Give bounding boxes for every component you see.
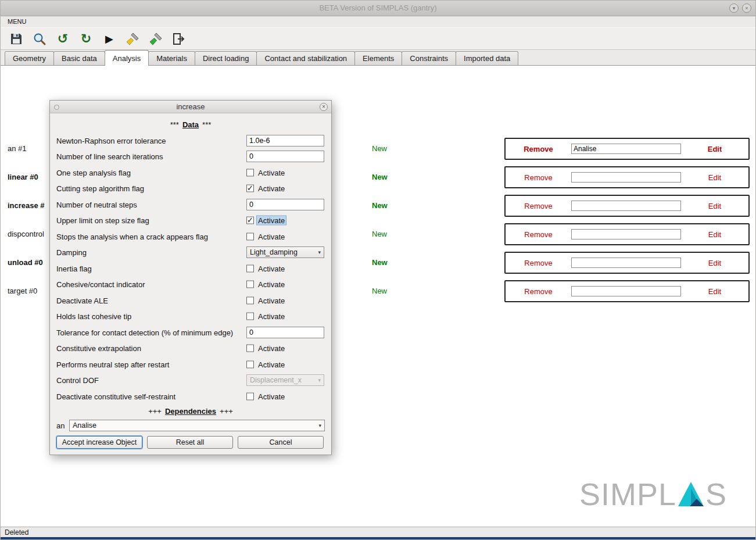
newton-raphson-tolerance-input[interactable] bbox=[246, 135, 324, 146]
dialog-title: increase bbox=[50, 101, 331, 113]
neutral-step-restart-checkbox[interactable]: Activate bbox=[246, 360, 286, 369]
menu-button[interactable]: MENU bbox=[8, 18, 26, 25]
object-name-input[interactable] bbox=[571, 258, 681, 268]
tab-constraints[interactable]: Constraints bbox=[402, 51, 456, 65]
clean-green-button[interactable] bbox=[148, 31, 164, 47]
tab-geometry[interactable]: Geometry bbox=[5, 51, 54, 65]
tab-elements[interactable]: Elements bbox=[354, 51, 402, 65]
object-row-box: Remove Edit bbox=[504, 166, 750, 188]
checkbox-icon[interactable] bbox=[246, 313, 254, 320]
new-link[interactable]: New bbox=[372, 172, 388, 183]
window-titlebar[interactable]: BETA Version of SIMPLAS (gantry) ▾ × bbox=[0, 0, 756, 16]
edit-button[interactable]: Edit bbox=[681, 145, 748, 153]
field-label: Constitutive extrapolation bbox=[56, 344, 141, 353]
collapse-icon[interactable]: ▾ bbox=[729, 3, 739, 13]
object-name-input[interactable] bbox=[571, 201, 681, 211]
new-link[interactable]: New bbox=[372, 286, 387, 296]
redo-icon: ↻ bbox=[81, 33, 91, 45]
checkbox-icon[interactable] bbox=[246, 392, 254, 400]
checkbox-icon[interactable] bbox=[246, 169, 254, 176]
checkbox-icon[interactable] bbox=[246, 233, 254, 240]
dialog-close-icon[interactable]: × bbox=[320, 103, 328, 111]
one-step-analysis-checkbox[interactable]: Activate bbox=[246, 168, 286, 177]
field-row: Stops the analysis when a crack appears … bbox=[50, 228, 331, 245]
close-icon[interactable]: × bbox=[742, 3, 751, 13]
damping-select[interactable]: Light_damping ▾ bbox=[246, 246, 324, 258]
run-button[interactable]: ▶ bbox=[101, 31, 117, 47]
chevron-down-icon: ▾ bbox=[318, 249, 321, 255]
redo-button[interactable]: ↻ bbox=[78, 31, 94, 47]
save-icon bbox=[9, 32, 23, 46]
cutting-step-checkbox[interactable]: Activate bbox=[246, 184, 286, 193]
self-restraint-checkbox[interactable]: Activate bbox=[246, 392, 286, 400]
object-name-input[interactable] bbox=[571, 172, 681, 183]
checkbox-label: Activate bbox=[257, 360, 286, 369]
checkbox-icon[interactable] bbox=[246, 345, 254, 352]
checkbox-label: Activate bbox=[257, 216, 286, 225]
checkbox-icon[interactable] bbox=[246, 185, 254, 192]
checkbox-icon[interactable] bbox=[246, 217, 254, 224]
upper-limit-step-checkbox[interactable]: Activate bbox=[246, 216, 286, 225]
inertia-checkbox[interactable]: Activate bbox=[246, 264, 286, 273]
tab-basic-data[interactable]: Basic data bbox=[53, 51, 105, 65]
object-row-box: Remove Edit bbox=[504, 280, 750, 302]
object-name-input[interactable] bbox=[571, 286, 681, 296]
contact-detection-tolerance-input[interactable] bbox=[246, 327, 324, 338]
dialog-titlebar[interactable]: increase × bbox=[50, 101, 331, 113]
field-label: Deactivate constitutive self-restraint bbox=[56, 392, 175, 400]
remove-button[interactable]: Remove bbox=[506, 173, 571, 182]
new-link[interactable]: New bbox=[372, 258, 388, 268]
remove-button[interactable]: Remove bbox=[506, 230, 571, 239]
crack-stop-checkbox[interactable]: Activate bbox=[246, 232, 286, 241]
checkbox-icon[interactable] bbox=[246, 360, 254, 368]
field-label: Cutting step algorithm flag bbox=[56, 184, 144, 193]
an-select[interactable]: Analise ▾ bbox=[69, 420, 325, 431]
select-value: Analise bbox=[73, 421, 316, 430]
checkbox-icon[interactable] bbox=[246, 296, 254, 304]
clean-yellow-button[interactable] bbox=[124, 31, 141, 47]
cohesive-contact-checkbox[interactable]: Activate bbox=[246, 280, 286, 289]
checkbox-icon[interactable] bbox=[246, 264, 254, 272]
data-section-header: ***Data*** bbox=[50, 120, 331, 129]
remove-button[interactable]: Remove bbox=[506, 202, 571, 210]
remove-button[interactable]: Remove bbox=[506, 259, 571, 267]
accept-increase-button[interactable]: Accept increase Object bbox=[56, 436, 142, 449]
edit-button[interactable]: Edit bbox=[681, 173, 748, 182]
constitutive-extrapolation-checkbox[interactable]: Activate bbox=[246, 344, 286, 353]
checkbox-icon[interactable] bbox=[246, 281, 254, 288]
checkbox-label: Activate bbox=[257, 344, 286, 353]
undo-button[interactable]: ↺ bbox=[55, 31, 71, 47]
new-link[interactable]: New bbox=[372, 229, 387, 239]
logo-triangle-icon bbox=[678, 481, 704, 507]
zoom-button[interactable] bbox=[31, 31, 48, 47]
tab-direct-loading[interactable]: Direct loading bbox=[195, 51, 257, 65]
holds-cohesive-tip-checkbox[interactable]: Activate bbox=[246, 312, 286, 321]
remove-button[interactable]: Remove bbox=[506, 145, 571, 153]
new-link[interactable]: New bbox=[372, 144, 387, 154]
edit-button[interactable]: Edit bbox=[681, 202, 748, 210]
tab-analysis[interactable]: Analysis bbox=[105, 50, 149, 66]
new-link[interactable]: New bbox=[372, 201, 388, 211]
chevron-down-icon: ▾ bbox=[318, 423, 321, 428]
cancel-button[interactable]: Cancel bbox=[238, 436, 324, 449]
bottom-accent-bar bbox=[0, 537, 756, 540]
line-search-iterations-input[interactable] bbox=[246, 151, 324, 162]
object-name-input[interactable] bbox=[571, 144, 681, 154]
object-name-input[interactable] bbox=[571, 229, 681, 239]
field-row: Number of neutral steps bbox=[50, 196, 331, 213]
reset-all-button[interactable]: Reset all bbox=[147, 436, 233, 449]
edit-button[interactable]: Edit bbox=[681, 230, 748, 239]
deactivate-ale-checkbox[interactable]: Activate bbox=[246, 296, 286, 305]
tab-materials[interactable]: Materials bbox=[148, 51, 195, 65]
save-button[interactable] bbox=[8, 31, 24, 47]
edit-button[interactable]: Edit bbox=[681, 287, 748, 296]
neutral-steps-input[interactable] bbox=[246, 199, 324, 210]
tab-contact-and-stabilization[interactable]: Contact and stabilization bbox=[256, 51, 355, 65]
field-label: Stops the analysis when a crack appears … bbox=[56, 232, 208, 241]
remove-button[interactable]: Remove bbox=[506, 287, 571, 296]
export-button[interactable] bbox=[171, 31, 187, 47]
object-label-dispcontrol: dispcontrol bbox=[8, 229, 44, 239]
field-row: Deactivate constitutive self-restraint A… bbox=[50, 388, 331, 405]
tab-imported-data[interactable]: Imported data bbox=[456, 51, 518, 65]
edit-button[interactable]: Edit bbox=[681, 259, 748, 267]
